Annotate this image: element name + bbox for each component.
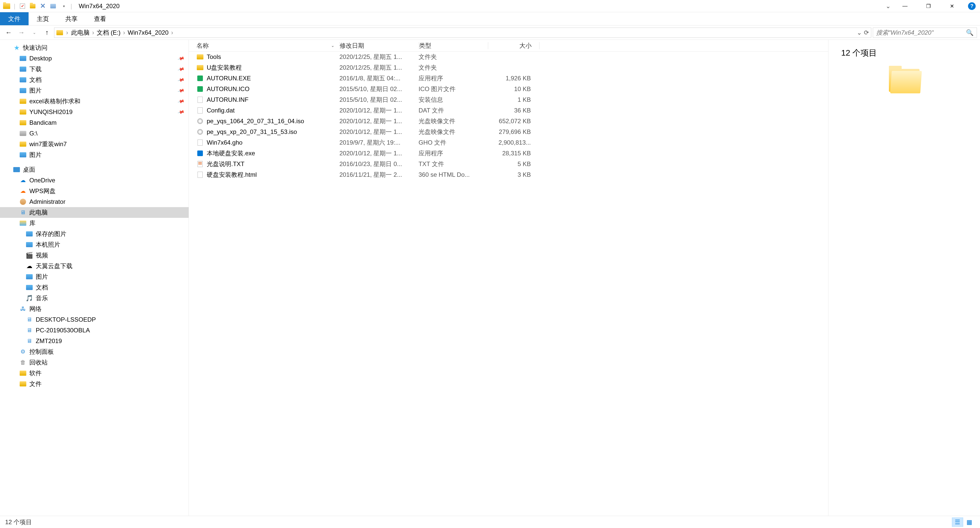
column-name[interactable]: 名称⌄ [189, 41, 339, 50]
tree-network-pc[interactable]: 🖥DESKTOP-LSSOEDP [0, 314, 189, 325]
tree-lib-item[interactable]: 文档 [0, 282, 189, 293]
file-size: 652,072 KB [487, 117, 538, 125]
file-row[interactable]: pe_yqs_xp_20_07_31_15_53.iso2020/10/12, … [189, 127, 828, 137]
breadcrumb-item[interactable]: 此电脑 [71, 29, 89, 37]
tree-quick-access[interactable]: ★快速访问 [0, 42, 189, 53]
file-row[interactable]: pe_yqs_1064_20_07_31_16_04.iso2020/10/12… [189, 116, 828, 127]
search-box[interactable]: 🔍 [873, 27, 977, 38]
maximize-button[interactable]: ❐ [917, 0, 940, 12]
search-icon[interactable]: 🔍 [966, 29, 974, 36]
chevron-right-icon[interactable]: › [171, 29, 173, 36]
chevron-right-icon[interactable]: › [92, 29, 94, 36]
tree-label: 桌面 [23, 165, 35, 174]
tree-lib-item[interactable]: 本机照片 [0, 239, 189, 250]
back-button[interactable]: ← [3, 27, 14, 38]
tree-lib-item[interactable]: 保存的图片 [0, 228, 189, 239]
file-name: 光盘说明.TXT [207, 160, 245, 168]
tree-pictures[interactable]: 图片📌 [0, 85, 189, 96]
file-row[interactable]: AUTORUN.ICO2015/5/10, 星期日 02...ICO 图片文件1… [189, 84, 828, 94]
tree-folder[interactable]: Bandicam [0, 117, 189, 128]
tab-view[interactable]: 查看 [86, 12, 115, 25]
column-date[interactable]: 修改日期 [340, 41, 419, 50]
tree-onedrive[interactable]: ☁OneDrive [0, 175, 189, 186]
app-icon[interactable] [2, 2, 11, 11]
file-type: 光盘映像文件 [418, 128, 487, 136]
recent-locations-icon[interactable]: ⌄ [29, 27, 40, 38]
file-row[interactable]: Tools2020/12/25, 星期五 1...文件夹 [189, 52, 828, 62]
refresh-icon[interactable]: ⟳ [864, 29, 869, 36]
tree-network[interactable]: 🖧网络 [0, 304, 189, 314]
details-view-button[interactable]: ☰ [952, 517, 963, 527]
tree-pictures[interactable]: 图片 [0, 149, 189, 160]
tree-lib-item[interactable]: 图片 [0, 271, 189, 282]
tree-network-pc[interactable]: 🖥PC-20190530OBLA [0, 325, 189, 336]
chevron-right-icon[interactable]: › [123, 29, 125, 36]
file-size: 279,696 KB [487, 128, 538, 135]
file-row[interactable]: Config.dat2020/10/12, 星期一 1...DAT 文件36 K… [189, 105, 828, 116]
file-icon [197, 86, 204, 93]
tree-lib-item[interactable]: 🎬视频 [0, 250, 189, 261]
qat-new-folder-icon[interactable] [28, 2, 37, 11]
tree-folder[interactable]: 软件 [0, 368, 189, 379]
tree-network-pc[interactable]: 🖥ZMT2019 [0, 336, 189, 346]
file-type: GHO 文件 [418, 138, 487, 147]
forward-button[interactable]: → [16, 27, 27, 38]
tree-desktop[interactable]: Desktop📌 [0, 53, 189, 64]
tab-share[interactable]: 共享 [57, 12, 86, 25]
tree-recycle-bin[interactable]: 🗑回收站 [0, 357, 189, 368]
navigation-tree[interactable]: ★快速访问 Desktop📌 下载📌 文档📌 图片📌 excel表格制作求和📌 … [0, 40, 189, 516]
tree-libraries[interactable]: 库 [0, 218, 189, 228]
file-row[interactable]: AUTORUN.EXE2016/1/8, 星期五 04:...应用程序1,926… [189, 73, 828, 84]
tree-label: ZMT2019 [36, 338, 62, 345]
address-dropdown[interactable]: ⌄⟳ [857, 29, 869, 36]
tree-folder[interactable]: win7重装win7 [0, 139, 189, 149]
file-row[interactable]: AUTORUN.INF2015/5/10, 星期日 02...安装信息1 KB [189, 94, 828, 105]
chevron-right-icon[interactable]: › [66, 29, 68, 36]
minimize-button[interactable]: — [893, 0, 917, 12]
pin-icon: 📌 [177, 97, 185, 105]
up-button[interactable]: ↑ [41, 27, 52, 38]
qat-undo-icon[interactable] [48, 2, 58, 11]
tree-label: 控制面板 [29, 348, 54, 356]
ribbon-toggle-icon[interactable]: ⌄ [883, 0, 893, 12]
column-type[interactable]: 类型 [419, 41, 488, 50]
tree-desktop-root[interactable]: 桌面 [0, 164, 189, 175]
breadcrumb-item[interactable]: Win7x64_2020 [127, 29, 169, 36]
address-bar[interactable]: › 此电脑 › 文档 (E:) › Win7x64_2020 › ⌄⟳ [54, 27, 871, 38]
tree-wps[interactable]: ☁WPS网盘 [0, 186, 189, 197]
column-separator[interactable] [539, 42, 539, 49]
tab-file[interactable]: 文件 [0, 12, 29, 25]
file-row[interactable]: 本地硬盘安装.exe2020/10/12, 星期一 1...应用程序28,315… [189, 148, 828, 159]
qat-delete-icon[interactable]: ✕ [38, 2, 48, 11]
breadcrumb-item[interactable]: 文档 (E:) [97, 29, 121, 37]
tree-drive[interactable]: G:\ [0, 128, 189, 139]
qat-customize-icon[interactable]: ▾ [59, 2, 68, 11]
search-input[interactable] [876, 29, 966, 36]
tree-lib-item[interactable]: 🎵音乐 [0, 293, 189, 304]
pin-icon: 📌 [177, 65, 185, 73]
file-row[interactable]: Win7x64.gho2019/9/7, 星期六 19:...GHO 文件2,9… [189, 137, 828, 148]
icons-view-button[interactable]: ▦ [964, 517, 975, 527]
tree-downloads[interactable]: 下载📌 [0, 64, 189, 75]
file-type: 应用程序 [418, 149, 487, 157]
column-size[interactable]: 大小 [488, 41, 539, 50]
tree-this-pc[interactable]: 🖥此电脑 [0, 207, 189, 218]
tree-folder[interactable]: YUNQISHI2019📌 [0, 106, 189, 117]
tree-user[interactable]: Administrator [0, 197, 189, 207]
tree-folder[interactable]: excel表格制作求和📌 [0, 96, 189, 106]
tree-folder[interactable]: 文件 [0, 379, 189, 389]
pictures-icon [19, 151, 27, 159]
tree-label: 音乐 [36, 294, 48, 302]
tree-label: 图片 [29, 86, 41, 95]
qat-properties-icon[interactable]: ✔ [18, 2, 27, 11]
tree-lib-item[interactable]: ☁天翼云盘下载 [0, 261, 189, 271]
tree-control-panel[interactable]: ⚙控制面板 [0, 346, 189, 357]
file-row[interactable]: 光盘说明.TXT2016/10/23, 星期日 0...TXT 文件5 KB [189, 159, 828, 170]
tree-label: 下载 [29, 65, 41, 73]
tree-documents[interactable]: 文档📌 [0, 75, 189, 85]
close-button[interactable]: ✕ [940, 0, 964, 12]
file-row[interactable]: U盘安装教程2020/12/25, 星期五 1...文件夹 [189, 62, 828, 73]
file-row[interactable]: 硬盘安装教程.html2016/11/21, 星期一 2...360 se HT… [189, 170, 828, 180]
tab-home[interactable]: 主页 [29, 12, 57, 25]
help-button[interactable]: ? [966, 0, 978, 12]
